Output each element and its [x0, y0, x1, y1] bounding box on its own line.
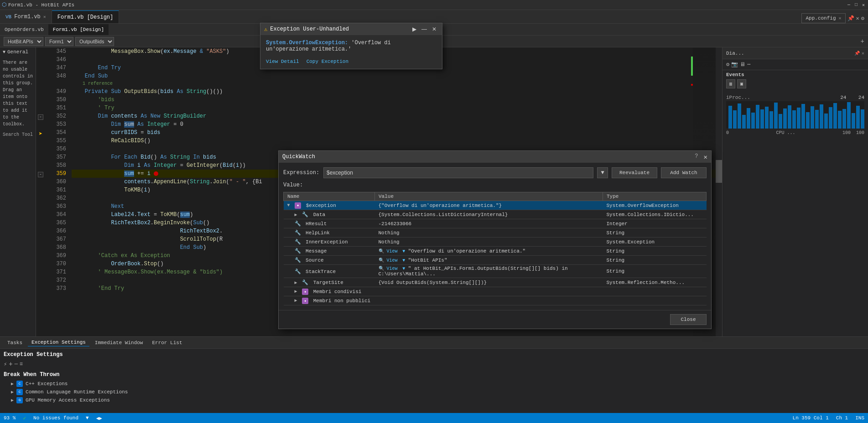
expression-input[interactable]	[323, 167, 593, 178]
popup-close-btn[interactable]: ✕	[430, 25, 438, 33]
code-line-353: Dim sum As Integer = 0	[72, 120, 718, 129]
diag-camera-icon[interactable]: 📷	[731, 61, 738, 68]
quickwatch-header-right: ? ✕	[695, 153, 707, 161]
table-row-membri-condivisi[interactable]: ▶ ● Membri condivisi	[284, 287, 707, 296]
green-bar-2	[691, 63, 693, 69]
evt-btn-2[interactable]: ▣	[737, 79, 746, 88]
table-row-exception[interactable]: ▼ ● $exception {"Overflow di un'operazio…	[284, 201, 707, 210]
cpu-chart-svg	[726, 101, 864, 129]
expand-cpp[interactable]: ▶	[11, 381, 14, 387]
status-arrows[interactable]: ◀▶	[96, 415, 102, 421]
quickwatch-help-btn[interactable]: ?	[695, 153, 698, 161]
table-row-helplink[interactable]: 🔧 HelpLink Nothing String	[284, 228, 707, 237]
quickwatch-close-btn[interactable]: ✕	[704, 153, 707, 161]
expand-gpu[interactable]: ▶	[11, 397, 14, 403]
tab-form1vb[interactable]: VB Form1.vb ✕	[0, 10, 52, 23]
config-close[interactable]: ✕	[839, 15, 842, 21]
tab-form1vb-design[interactable]: Form1.vb [Design]	[52, 10, 119, 23]
collapse-364[interactable]: -	[38, 172, 43, 177]
diag-cpu-icon[interactable]: 🖥	[740, 61, 745, 68]
close-panel-btn[interactable]: ✕	[856, 15, 859, 22]
table-row-innerexception[interactable]: 🔧 InnerException Nothing System.Exceptio…	[284, 237, 707, 247]
es-filter-icon[interactable]: ⚡	[4, 361, 7, 368]
table-row-hresult[interactable]: 🔧 HResult -2146233066 Integer	[284, 219, 707, 228]
collapse-arrow[interactable]: ▼	[3, 50, 5, 55]
ln-347: 347	[49, 64, 66, 72]
minimize-btn[interactable]: —	[846, 2, 852, 8]
ln-355: 355	[49, 137, 66, 145]
gutter-cell-357: -	[36, 113, 45, 121]
popup-play-btn[interactable]: ▶	[410, 25, 418, 33]
clr-icon: C	[16, 389, 23, 395]
exception-popup-header: ⚠ Exception User-Unhandled ▶ — ✕	[260, 23, 442, 35]
tab-error-list[interactable]: Error List	[148, 339, 186, 346]
source-view-dropdown[interactable]: ▼	[402, 258, 405, 263]
add-watch-btn[interactable]: Add Watch	[661, 167, 707, 178]
table-row-message[interactable]: 🔧 Message 🔍 View ▼ "Overflow di un'opera…	[284, 247, 707, 256]
table-row-stacktrace[interactable]: 🔧 StackTrace 🔍 View ▼ " at HotBit_APIs.F…	[284, 265, 707, 278]
stacktrace-view-link[interactable]: 🔍 View	[379, 266, 398, 271]
gutter-cell-371	[36, 228, 45, 236]
expand-mc[interactable]: ▶	[295, 289, 297, 294]
tab-openorders[interactable]: OpenOrders.vb	[0, 24, 48, 35]
message-view-link[interactable]: 🔍 View	[379, 249, 398, 254]
ln-356: 356	[49, 145, 66, 153]
row-targetsite-name: ▶ 🔧 TargetSite	[284, 278, 375, 287]
tab-form1-design-label: Form1.vb [Design]	[53, 27, 104, 32]
table-row-source[interactable]: 🔧 Source 🔍 View ▼ "HotBit APIs" String	[284, 256, 707, 265]
table-row-data[interactable]: ▶ 🔧 Data {System.Collections.ListDiction…	[284, 210, 707, 219]
maximize-btn[interactable]: □	[853, 2, 859, 8]
row-exception-name: ▼ ● $exception	[284, 201, 375, 210]
collapse-357[interactable]: -	[38, 114, 43, 120]
code-line-351: ' Try	[72, 104, 718, 112]
exception-popup: ⚠ Exception User-Unhandled ▶ — ✕ System.…	[260, 23, 442, 69]
source-view-link[interactable]: 🔍 View	[379, 258, 398, 263]
expand-targetsite[interactable]: ▶	[295, 280, 297, 285]
table-row-targetsite[interactable]: ▶ 🔧 TargetSite {Void OutputBids(System.S…	[284, 278, 707, 287]
tab-immediate-window[interactable]: Immediate Window	[91, 339, 147, 346]
message-view-dropdown[interactable]: ▼	[402, 249, 405, 254]
diag-title: Dia...	[726, 51, 744, 56]
ln-366: 366	[49, 227, 66, 235]
hotbit-select[interactable]: HotBit APIs	[4, 37, 43, 46]
view-detail-link[interactable]: View Detail	[266, 59, 299, 64]
outputbids-select[interactable]: OutputBids	[75, 37, 114, 46]
scroll-thumb[interactable]	[716, 160, 722, 183]
diag-settings-icon[interactable]: ⚙	[726, 61, 729, 68]
popup-minimize-btn[interactable]: —	[420, 25, 428, 33]
tab-exception-settings[interactable]: Exception Settings	[28, 339, 89, 346]
stacktrace-view-dropdown[interactable]: ▼	[402, 266, 405, 271]
tab-form1vb-close[interactable]: ✕	[43, 14, 46, 20]
es-remove-icon[interactable]: —	[15, 361, 18, 367]
diag-more-icon[interactable]: ⋯	[747, 61, 750, 68]
diag-close-btn[interactable]: ✕	[862, 51, 864, 56]
table-row-membri-nonpub[interactable]: ▶ ● Membri non pubblici	[284, 296, 707, 305]
tab-tasks[interactable]: Tasks	[4, 339, 26, 346]
expression-dropdown-btn[interactable]: ▼	[597, 167, 608, 178]
col-type: Type	[603, 192, 707, 201]
expand-exception[interactable]: ▼	[287, 203, 290, 208]
copy-exception-link[interactable]: Copy Exception	[307, 59, 348, 64]
form1-select[interactable]: Form1	[45, 37, 73, 46]
svg-rect-8	[760, 109, 764, 129]
expand-mnp[interactable]: ▶	[295, 298, 297, 303]
diag-pin-btn[interactable]: 📌	[854, 51, 860, 56]
close-btn[interactable]: ✕	[861, 2, 866, 8]
expand-clr[interactable]: ▶	[11, 389, 14, 395]
row-mc-name: ▶ ● Membri condivisi	[284, 287, 375, 296]
es-list-icon[interactable]: ≡	[20, 361, 23, 367]
expand-data[interactable]: ▶	[295, 212, 297, 217]
app-config-tab[interactable]: App.config ✕	[801, 13, 845, 23]
pin-btn[interactable]: 📌	[847, 15, 854, 22]
add-btn[interactable]: +	[861, 38, 864, 45]
row-exception-value: {"Overflow di un'operazione aritmetica."…	[375, 201, 603, 210]
wrench-targetsite: 🔧	[302, 280, 308, 285]
reevaluate-btn[interactable]: Reevaluate	[612, 167, 657, 178]
es-add-icon[interactable]: +	[9, 361, 12, 368]
clr-label: Common Language Runtime Exceptions	[26, 389, 128, 395]
tab-form1-design[interactable]: Form1.vb [Design]	[48, 24, 109, 35]
status-filter-icon[interactable]: ▼	[86, 415, 89, 421]
settings-btn[interactable]: ⚙	[861, 15, 864, 22]
evt-btn-1[interactable]: ▥	[726, 79, 735, 88]
close-btn[interactable]: Close	[670, 314, 707, 325]
